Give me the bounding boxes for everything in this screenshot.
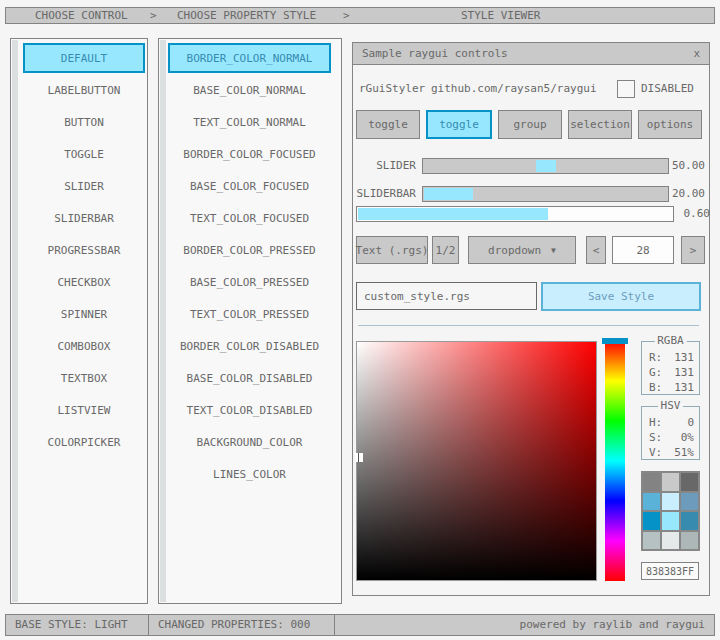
properties-list-item[interactable]: BORDER_COLOR_PRESSED [168,235,331,265]
breadcrumb-choose-property-style: CHOOSE PROPERTY STYLE [177,9,316,23]
slider-row: SLIDER 50.00 [353,158,705,174]
spinner-value-box[interactable]: 28 [612,236,674,264]
disabled-checkbox[interactable] [617,80,635,98]
hue-bar[interactable] [605,341,625,581]
rgba-row: G: 131 [649,365,694,380]
properties-list-item[interactable]: BASE_COLOR_PRESSED [168,267,331,297]
slider-track[interactable] [422,158,669,174]
color-swatch[interactable] [681,493,698,511]
properties-list-item[interactable]: TEXT_COLOR_NORMAL [168,107,331,137]
color-picker-cursor[interactable] [355,453,363,462]
repo-link[interactable]: github.com/raysan5/raygui [431,80,597,98]
color-swatch[interactable] [681,473,698,491]
disabled-checkbox-label: DISABLED [641,80,694,98]
breadcrumb-style-viewer: STYLE VIEWER [461,9,540,23]
color-swatch[interactable] [643,532,660,550]
controls-list-item[interactable]: SLIDER [23,171,145,201]
close-icon[interactable]: x [693,43,700,64]
color-swatch[interactable] [681,512,698,530]
toggle-button-active[interactable]: toggle [426,110,492,139]
toggle-button[interactable]: toggle [356,110,420,139]
controls-list-scrollbar[interactable] [12,40,18,602]
hex-color-value: 838383FF [646,566,694,577]
save-style-button[interactable]: Save Style [541,282,701,311]
controls-list-item[interactable]: PROGRESSBAR [23,235,145,265]
color-swatch[interactable] [662,473,679,491]
toggle-button[interactable]: group [498,110,562,139]
color-swatch[interactable] [681,532,698,550]
statusbar-base-style: BASE STYLE: LIGHT [5,614,149,636]
controls-list-item[interactable]: COLORPICKER [23,427,145,457]
properties-list-item[interactable]: BORDER_COLOR_DISABLED [168,331,331,361]
window-title: Sample raygui controls [353,47,508,60]
properties-list-item[interactable]: BORDER_COLOR_NORMAL [168,43,331,73]
slider-label: SLIDER [353,158,416,174]
filename-value: custom_style.rgs [364,290,470,303]
controls-list-item[interactable]: SPINNER [23,299,145,329]
hsv-h-value: 0 [687,415,694,430]
controls-list-item[interactable]: CHECKBOX [23,267,145,297]
breadcrumb-choose-control: CHOOSE CONTROL [35,9,128,23]
hue-bar-handle[interactable] [602,338,628,344]
dropdown-box[interactable]: dropdown ▼ [468,236,576,264]
rgba-row: R: 131 [649,350,694,365]
properties-list-item[interactable]: BASE_COLOR_FOCUSED [168,171,331,201]
slider-handle[interactable] [536,160,556,172]
controls-list-item[interactable]: BUTTON [23,107,145,137]
spinner-increment-button[interactable]: > [681,236,705,264]
controls-list-item[interactable]: DEFAULT [23,43,145,73]
controls-list-item[interactable]: TEXTBOX [23,363,145,393]
spinner-decrement-button[interactable]: < [586,236,606,264]
chevron-down-icon: ▼ [551,246,556,255]
sliderbar-label: SLIDERBAR [353,186,416,202]
rgba-b-value: 131 [674,380,694,395]
properties-list-item[interactable]: TEXT_COLOR_DISABLED [168,395,331,425]
color-swatch[interactable] [643,512,660,530]
color-picker-area[interactable] [356,341,597,581]
text-rgs-button[interactable]: Text (.rgs) [356,236,428,264]
properties-list-item[interactable]: TEXT_COLOR_FOCUSED [168,203,331,233]
hsv-row: V: 51% [649,445,694,460]
hsv-group-box: HSV H: 0 S: 0% V: 51% [641,406,700,460]
controls-list-panel: DEFAULT LABELBUTTON BUTTON TOGGLE SLIDER… [10,38,148,604]
rgba-group-title: RGBA [654,335,687,347]
properties-list-item[interactable]: BASE_COLOR_DISABLED [168,363,331,393]
properties-list-panel: BORDER_COLOR_NORMAL BASE_COLOR_NORMAL TE… [158,38,342,604]
properties-list-item[interactable]: BORDER_COLOR_FOCUSED [168,139,331,169]
toggle-button[interactable]: selection [568,110,632,139]
controls-list-item[interactable]: TOGGLE [23,139,145,169]
color-swatch[interactable] [662,512,679,530]
toggle-button[interactable]: options [638,110,702,139]
rgba-g-label: G: [649,365,662,380]
color-swatch[interactable] [662,493,679,511]
sliderbar-value: 20.00 [663,186,705,202]
properties-list-item[interactable]: BASE_COLOR_NORMAL [168,75,331,105]
style-color-palette [641,471,700,551]
color-swatch[interactable] [643,473,660,491]
filename-input[interactable]: custom_style.rgs [356,282,537,310]
spinner-value: 28 [636,244,649,257]
color-swatch[interactable] [662,532,679,550]
half-toggle-button[interactable]: 1/2 [432,236,459,264]
sample-controls-window: Sample raygui controls x rGuiStyler gith… [352,42,710,596]
hsv-group-title: HSV [658,400,684,412]
progressbar-value: 0.60 [668,206,710,222]
properties-list: BORDER_COLOR_NORMAL BASE_COLOR_NORMAL TE… [168,43,331,601]
controls-list-item[interactable]: COMBOBOX [23,331,145,361]
progressbar-row: 0.60 [353,206,705,222]
statusbar-powered-by: powered by raylib and raygui [334,614,715,636]
controls-list: DEFAULT LABELBUTTON BUTTON TOGGLE SLIDER… [23,43,145,601]
window-titlebar[interactable]: Sample raygui controls x [353,43,709,65]
properties-list-scrollbar[interactable] [160,40,166,602]
properties-list-item[interactable]: BACKGROUND_COLOR [168,427,331,457]
controls-list-item[interactable]: LABELBUTTON [23,75,145,105]
sliderbar-track[interactable] [422,186,669,202]
dropdown-value: dropdown [488,244,541,257]
controls-list-item[interactable]: SLIDERBAR [23,203,145,233]
color-swatch[interactable] [643,493,660,511]
breadcrumb-bar: CHOOSE CONTROL > CHOOSE PROPERTY STYLE >… [5,7,715,24]
properties-list-item[interactable]: LINES_COLOR [168,459,331,489]
properties-list-item[interactable]: TEXT_COLOR_PRESSED [168,299,331,329]
hex-color-input[interactable]: 838383FF [641,562,699,580]
controls-list-item[interactable]: LISTVIEW [23,395,145,425]
